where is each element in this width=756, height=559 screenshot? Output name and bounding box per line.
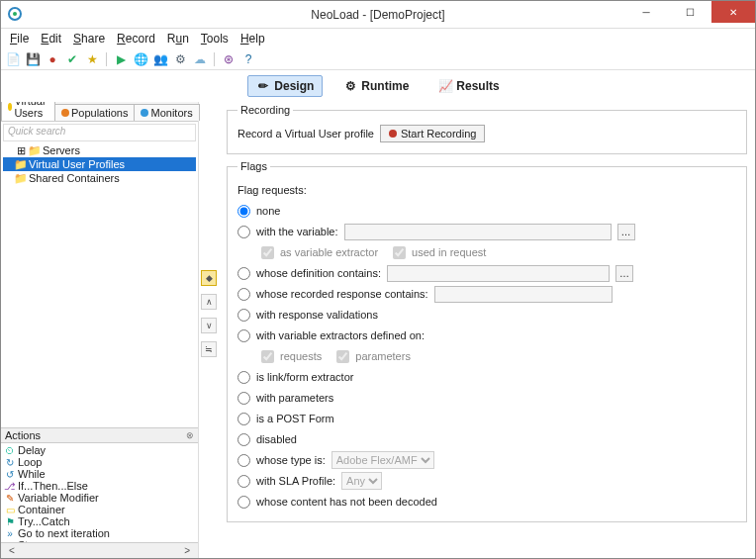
user-icon xyxy=(8,103,12,111)
radio-sla[interactable] xyxy=(237,475,250,488)
label-as-variable-extractor: as variable extractor xyxy=(280,246,378,258)
radio-var-extractors-on[interactable] xyxy=(237,329,250,342)
label-var-extractors-on: with variable extractors defined on: xyxy=(256,329,425,341)
menu-run[interactable]: Run xyxy=(162,31,194,47)
action-delay[interactable]: ⏲Delay xyxy=(5,444,194,456)
tab-runtime[interactable]: ⚙ Runtime xyxy=(334,75,418,97)
menu-file[interactable]: File xyxy=(5,31,34,47)
menu-edit[interactable]: Edit xyxy=(36,31,66,47)
tab-results[interactable]: 📈 Results xyxy=(429,75,508,97)
star-icon[interactable]: ★ xyxy=(84,51,100,67)
tree-virtual-user-profiles[interactable]: 📁Virtual User Profiles xyxy=(3,157,196,171)
tree-shared-containers[interactable]: 📁Shared Containers xyxy=(3,171,196,185)
content-pane: Recording Record a Virtual User profile … xyxy=(219,102,755,558)
separator xyxy=(106,52,107,66)
radio-none[interactable] xyxy=(237,205,250,218)
subtab-virtual-users[interactable]: Virtual Users xyxy=(1,102,55,121)
subtab-populations[interactable]: Populations xyxy=(54,104,136,121)
vars-icon[interactable]: ⊛ xyxy=(221,51,236,67)
recording-group: Recording Record a Virtual User profile … xyxy=(227,104,747,154)
action-while[interactable]: ↺While xyxy=(5,468,194,480)
radio-with-variable[interactable] xyxy=(237,226,250,238)
radio-with-params[interactable] xyxy=(237,392,250,405)
close-button[interactable]: ✕ xyxy=(711,1,755,23)
quick-search-input[interactable]: Quick search xyxy=(3,124,196,141)
action-loop[interactable]: ↻Loop xyxy=(5,456,194,468)
radio-response-contains[interactable] xyxy=(237,288,250,301)
mid-up[interactable]: ∧ xyxy=(201,294,217,310)
action-goto-next[interactable]: »Go to next iteration xyxy=(5,527,194,539)
browse-variable-button[interactable]: … xyxy=(617,224,635,240)
radio-not-decoded[interactable] xyxy=(237,496,250,509)
new-icon[interactable]: 📄 xyxy=(5,51,21,67)
globe-icon[interactable]: 🌐 xyxy=(133,51,148,67)
menu-tools[interactable]: Tools xyxy=(196,31,234,47)
app-icon xyxy=(7,6,23,22)
folder-icon: 📁 xyxy=(15,159,27,169)
label-whose-type: whose type is: xyxy=(256,454,326,466)
actions-list: ⏲Delay ↻Loop ↺While ⎇If...Then...Else ✎V… xyxy=(1,443,198,542)
mid-button[interactable]: ◆ xyxy=(201,270,217,286)
radio-post-form[interactable] xyxy=(237,413,250,425)
actions-title: Actions xyxy=(5,429,41,441)
input-response[interactable] xyxy=(434,286,613,303)
maximize-button[interactable]: ☐ xyxy=(668,1,711,23)
svg-point-1 xyxy=(13,12,17,16)
input-definition[interactable] xyxy=(387,265,610,282)
cloud-icon[interactable]: ☁ xyxy=(192,51,208,67)
collapse-icon[interactable]: ⊗ xyxy=(186,430,194,440)
label-requests: requests xyxy=(280,350,322,362)
action-if[interactable]: ⎇If...Then...Else xyxy=(5,480,194,492)
label-parameters: parameters xyxy=(355,350,411,362)
delay-icon: ⏲ xyxy=(5,445,15,455)
label-not-decoded: whose content has not been decoded xyxy=(256,496,437,508)
runtime-icon: ⚙ xyxy=(343,79,357,93)
separator xyxy=(214,52,215,66)
scroll-left[interactable]: < xyxy=(3,545,21,556)
folder-icon: 📁 xyxy=(29,145,41,155)
action-variable-modifier[interactable]: ✎Variable Modifier xyxy=(5,492,194,504)
subtabs: Virtual Users Populations Monitors xyxy=(1,102,198,122)
input-variable[interactable] xyxy=(344,224,612,240)
users-icon[interactable]: 👥 xyxy=(152,51,168,67)
try-icon: ⚑ xyxy=(5,516,15,526)
scroll-right[interactable]: > xyxy=(178,545,196,556)
gear-icon[interactable]: ⚙ xyxy=(172,51,188,67)
label-definition-contains: whose definition contains: xyxy=(256,267,381,279)
radio-disabled[interactable] xyxy=(237,433,250,446)
actions-header: Actions ⊗ xyxy=(1,427,198,443)
action-container[interactable]: ▭Container xyxy=(5,504,194,515)
tab-runtime-label: Runtime xyxy=(361,79,409,93)
subtab-monitors[interactable]: Monitors xyxy=(134,104,199,121)
tree[interactable]: ⊞📁Servers 📁Virtual User Profiles 📁Shared… xyxy=(1,141,198,427)
radio-whose-type[interactable] xyxy=(237,454,250,467)
help-icon[interactable]: ? xyxy=(240,51,256,67)
save-icon[interactable]: 💾 xyxy=(25,51,41,67)
label-post-form: is a POST Form xyxy=(256,413,334,424)
label-with-variable: with the variable: xyxy=(256,226,338,237)
menu-help[interactable]: Help xyxy=(236,31,270,47)
check-icon[interactable]: ✔ xyxy=(64,51,80,67)
label-sla: with SLA Profile: xyxy=(256,475,335,487)
start-recording-button[interactable]: Start Recording xyxy=(380,125,485,142)
mid-down[interactable]: ∨ xyxy=(201,318,217,333)
expand-icon[interactable]: ⊞ xyxy=(15,145,27,155)
menu-record[interactable]: Record xyxy=(112,31,160,47)
play-icon[interactable]: ▶ xyxy=(113,51,129,67)
minimize-button[interactable]: ─ xyxy=(624,1,668,23)
tree-servers[interactable]: ⊞📁Servers xyxy=(3,143,196,157)
mid-clear[interactable]: ≒ xyxy=(201,341,217,357)
label-response-contains: whose recorded response contains: xyxy=(256,288,428,300)
label-link-form: is link/form extractor xyxy=(256,371,353,383)
radio-response-validations[interactable] xyxy=(237,309,250,322)
radio-link-form[interactable] xyxy=(237,371,250,384)
flags-legend: Flags xyxy=(237,160,270,172)
browse-definition-button[interactable]: … xyxy=(615,265,633,282)
tab-design[interactable]: ✏ Design xyxy=(247,75,323,97)
results-icon: 📈 xyxy=(438,79,452,93)
menu-share[interactable]: Share xyxy=(68,31,110,47)
record-icon[interactable]: ● xyxy=(45,51,60,67)
radio-definition-contains[interactable] xyxy=(237,267,250,280)
actions-scrollbar[interactable]: < > xyxy=(1,542,198,558)
action-try-catch[interactable]: ⚑Try...Catch xyxy=(5,515,194,527)
